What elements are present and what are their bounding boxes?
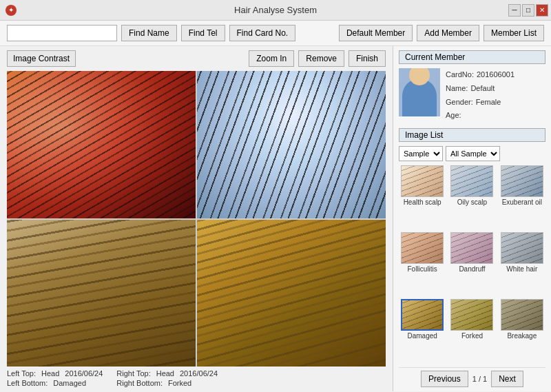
- left-info: Left Top: Head 2016/06/24 Left Bottom: D…: [7, 369, 103, 387]
- thumb-forked[interactable]: [450, 299, 493, 331]
- right-top-info: Right Top: Head 2016/06/24: [116, 369, 218, 378]
- avatar-head: [409, 68, 430, 85]
- image-top-left[interactable]: [7, 71, 196, 218]
- image-list-header: Image List: [399, 128, 545, 142]
- left-top-label: Left Top:: [7, 369, 36, 378]
- left-bottom-label: Left Bottom:: [7, 379, 48, 387]
- list-item[interactable]: Dandruff: [448, 232, 495, 296]
- thumb-label-health: Health scalp: [404, 198, 441, 206]
- app-title: Hair Analyse System: [234, 5, 317, 15]
- page-info: 1 / 1: [472, 375, 487, 383]
- left-panel: Image Contrast Zoom In Remove Finish Lef…: [0, 46, 393, 391]
- list-item[interactable]: Forked: [448, 299, 495, 363]
- right-top-value: Head: [156, 369, 174, 378]
- thumb-label-damaged: Damaged: [407, 332, 437, 340]
- gender-value: Female: [476, 96, 501, 110]
- list-item[interactable]: Folliculitis: [399, 232, 446, 296]
- find-name-button[interactable]: Find Name: [121, 25, 177, 41]
- list-item[interactable]: Exuberant oil: [499, 165, 545, 229]
- window-controls: ─ □ ✕: [508, 4, 548, 17]
- member-info: CardNo: 201606001 Name: Default Gender: …: [399, 68, 545, 123]
- current-member-header: Current Member: [399, 50, 545, 64]
- thumb-health[interactable]: [401, 165, 444, 197]
- right-bottom-value: Forked: [168, 379, 191, 387]
- finish-button[interactable]: Finish: [349, 50, 386, 67]
- thumb-label-folliculitis: Folliculitis: [407, 265, 437, 273]
- thumb-label-oily: Oily scalp: [457, 198, 487, 206]
- thumb-damaged[interactable]: [401, 299, 444, 331]
- maximize-button[interactable]: □: [522, 4, 534, 17]
- dropdown-row: Sample All Sample: [399, 146, 545, 161]
- close-button[interactable]: ✕: [536, 4, 548, 17]
- title-bar: ✦ Hair Analyse System ─ □ ✕: [0, 0, 551, 21]
- avatar-body: [402, 79, 437, 116]
- find-tel-button[interactable]: Find Tel: [181, 25, 225, 41]
- name-row: Name: Default: [446, 82, 514, 96]
- app-icon: ✦: [6, 5, 17, 16]
- previous-button[interactable]: Previous: [421, 371, 468, 387]
- pagination: Previous 1 / 1 Next: [399, 367, 545, 387]
- remove-button[interactable]: Remove: [298, 50, 344, 67]
- gender-label: Gender:: [446, 96, 473, 110]
- list-item[interactable]: Breakage: [499, 299, 545, 363]
- default-member-button[interactable]: Default Member: [339, 25, 413, 41]
- image-tools: Zoom In Remove Finish: [249, 50, 386, 67]
- thumb-oily[interactable]: [450, 165, 493, 197]
- cardno-row: CardNo: 201606001: [446, 68, 514, 82]
- cardno-value: 201606001: [477, 68, 514, 82]
- list-item[interactable]: Damaged: [399, 299, 446, 363]
- image-top-right[interactable]: [197, 71, 386, 218]
- list-item[interactable]: Oily scalp: [448, 165, 495, 229]
- member-details: CardNo: 201606001 Name: Default Gender: …: [446, 68, 514, 123]
- zoom-in-button[interactable]: Zoom In: [249, 50, 294, 67]
- right-top-label: Right Top:: [116, 369, 150, 378]
- cardno-label: CardNo:: [446, 68, 474, 82]
- top-toolbar: Find Name Find Tel Find Card No. Default…: [0, 21, 551, 46]
- image-bottom-left[interactable]: [7, 220, 196, 367]
- image-contrast-label: Image Contrast: [7, 50, 76, 67]
- left-top-date: 2016/06/24: [65, 369, 103, 378]
- add-member-button[interactable]: Add Member: [417, 25, 479, 41]
- thumb-folliculitis[interactable]: [401, 232, 444, 264]
- right-bottom-info: Right Bottom: Forked: [116, 379, 218, 387]
- name-value: Default: [470, 82, 495, 96]
- main-content: Image Contrast Zoom In Remove Finish Lef…: [0, 46, 551, 391]
- age-label: Age:: [446, 109, 461, 123]
- list-item[interactable]: Health scalp: [399, 165, 446, 229]
- thumb-label-breakage: Breakage: [507, 332, 537, 340]
- thumb-exuberant[interactable]: [501, 165, 543, 197]
- sample-type-dropdown[interactable]: Sample: [399, 146, 443, 161]
- search-input[interactable]: [7, 25, 117, 41]
- member-buttons: Default Member Add Member Member List: [339, 25, 544, 41]
- thumb-breakage[interactable]: [501, 299, 543, 331]
- thumb-whitehair[interactable]: [501, 232, 543, 264]
- right-panel: Current Member CardNo: 201606001 Name: D…: [393, 46, 551, 391]
- list-item[interactable]: White hair: [499, 232, 545, 296]
- thumb-label-forked: Forked: [461, 332, 483, 340]
- left-top-info: Left Top: Head 2016/06/24: [7, 369, 103, 378]
- image-bottom-right[interactable]: [197, 220, 386, 367]
- sample-filter-dropdown[interactable]: All Sample: [446, 146, 500, 161]
- left-top-value: Head: [41, 369, 59, 378]
- age-row: Age:: [446, 109, 514, 123]
- thumb-dandruff[interactable]: [450, 232, 493, 264]
- thumb-label-exuberant: Exuberant oil: [502, 198, 542, 206]
- gender-row: Gender: Female: [446, 96, 514, 110]
- minimize-button[interactable]: ─: [508, 4, 521, 17]
- image-grid: [7, 71, 386, 367]
- left-bottom-value: Damaged: [53, 379, 86, 387]
- right-bottom-label: Right Bottom:: [116, 379, 163, 387]
- right-info: Right Top: Head 2016/06/24 Right Bottom:…: [116, 369, 218, 387]
- left-bottom-info: Left Bottom: Damaged: [7, 379, 103, 387]
- member-list-button[interactable]: Member List: [484, 25, 544, 41]
- name-label: Name:: [446, 82, 468, 96]
- next-button[interactable]: Next: [491, 371, 523, 387]
- find-cardno-button[interactable]: Find Card No.: [229, 25, 296, 41]
- image-metadata: Left Top: Head 2016/06/24 Left Bottom: D…: [7, 369, 386, 387]
- thumb-label-whitehair: White hair: [506, 265, 537, 273]
- thumb-label-dandruff: Dandruff: [459, 265, 485, 273]
- thumbnail-grid: Health scalpOily scalpExuberant oilFolli…: [399, 165, 545, 363]
- avatar: [399, 68, 440, 116]
- left-toolbar: Image Contrast Zoom In Remove Finish: [7, 50, 386, 67]
- right-top-date: 2016/06/24: [180, 369, 218, 378]
